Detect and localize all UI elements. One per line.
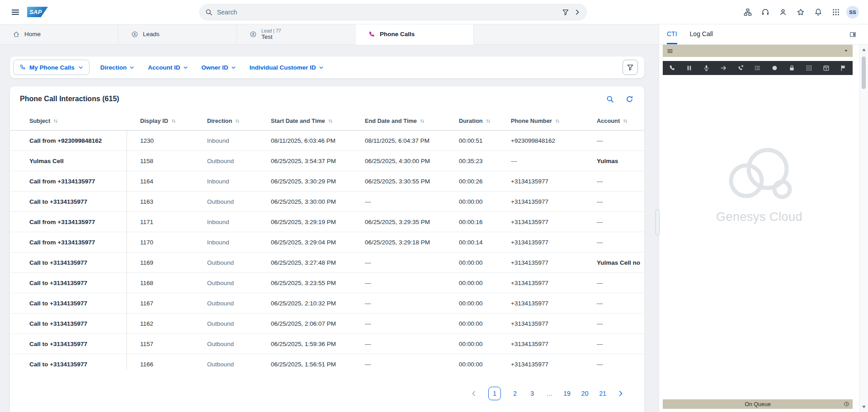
tab-test[interactable]: Lead | 77Test [237,24,355,45]
cell-subject[interactable]: Call to +3134135977 [29,361,140,368]
cell-subject[interactable]: Call from +3134135977 [29,239,140,246]
page-3[interactable]: 3 [529,390,535,397]
dock-panel-icon[interactable] [849,31,856,38]
column-header-end-date-and-time[interactable]: End Date and Time [365,117,459,124]
cell-subject[interactable]: Call to +3134135977 [29,320,140,327]
avatar[interactable]: SS [846,6,859,19]
filter-individual-customer-id[interactable]: Individual Customer ID [250,64,324,71]
column-label: Display ID [140,117,168,124]
table-row[interactable]: Call from +31341359771164Inbound06/25/20… [10,171,644,192]
table-row[interactable]: Call from +31341359771171Inbound06/25/20… [10,212,644,232]
cell-subject[interactable]: Call to +3134135977 [29,341,140,347]
my-phone-calls-select[interactable]: My Phone Calls [13,60,90,75]
scroll-up-icon[interactable] [862,48,866,51]
table-row[interactable]: Call to +31341359771169Outbound06/25/202… [10,253,644,273]
filter-direction[interactable]: Direction [100,64,135,71]
tab-home[interactable]: Home [0,24,118,45]
table-row[interactable]: Call to +31341359771157Outbound06/25/202… [10,334,644,354]
page-21[interactable]: 21 [599,390,606,397]
scrollbar-thumb[interactable] [862,56,866,89]
app-launcher-icon[interactable] [832,8,840,16]
cell-subject[interactable]: Call to +3134135977 [29,198,140,205]
filter-owner-id[interactable]: Owner ID [202,64,236,71]
search-expand-icon[interactable] [574,9,581,16]
cti-menu-icon[interactable] [667,48,673,54]
table-row[interactable]: Yulmas Cell1158Outbound06/25/2025, 3:54:… [10,151,644,171]
pagination-ellipsis: … [546,390,552,397]
scroll-down-icon[interactable] [862,406,866,408]
pagination-next-icon[interactable] [617,390,624,397]
column-header-duration[interactable]: Duration [459,117,511,124]
flag-icon[interactable] [840,65,847,71]
table-row[interactable]: Call to +31341359771163Outbound06/25/202… [10,192,644,212]
cti-tab-cti[interactable]: CTI [667,24,677,44]
schedule-callback-icon[interactable] [823,65,830,71]
column-header-display-id[interactable]: Display ID [140,117,207,124]
table-row[interactable]: Call from +9230998481621230Inbound08/11/… [10,131,644,151]
global-search[interactable] [199,4,587,20]
table-row[interactable]: Call to +31341359771168Outbound06/25/202… [10,273,644,293]
page-2[interactable]: 2 [512,390,518,397]
page-20[interactable]: 20 [581,390,589,397]
table-row[interactable]: Call from +31341359771170Inbound06/25/20… [10,232,644,253]
cell-end-date-and-time: — [365,280,459,286]
column-header-phone-number[interactable]: Phone Number [511,117,597,124]
page-scrollbar[interactable] [859,45,868,412]
adapt-filters-button[interactable] [623,60,638,75]
cell-phone-number: +3134135977 [511,259,597,266]
cell-duration: 00:00:00 [459,259,511,266]
cell-subject[interactable]: Call to +3134135977 [29,300,140,307]
pause-icon[interactable] [686,65,693,71]
chevron-down-icon [231,65,236,70]
phone-transfer-icon[interactable] [737,65,744,71]
forward-icon[interactable] [720,65,727,71]
headset-icon[interactable] [761,8,769,16]
sap-logo[interactable]: SAP [27,7,48,17]
filter-account-id[interactable]: Account ID [148,64,188,71]
table-row[interactable]: Call to +31341359771166Outbound06/25/202… [10,354,644,369]
filter-label: Account ID [148,64,180,71]
microphone-icon[interactable] [703,65,710,71]
cell-subject[interactable]: Call from +923099848162 [29,137,140,144]
list-search-icon[interactable] [606,95,614,103]
column-header-start-date-and-time[interactable]: Start Date and Time [271,117,365,124]
lock-icon[interactable] [788,65,795,71]
cell-direction: Inbound [207,239,271,246]
user-feedback-icon[interactable] [779,8,787,16]
dialpad-icon[interactable] [806,65,812,71]
record-icon[interactable] [771,65,778,71]
notifications-icon[interactable] [814,8,822,16]
cell-subject[interactable]: Call to +3134135977 [29,280,140,286]
refresh-icon[interactable] [626,95,633,103]
cell-subject[interactable]: Call from +3134135977 [29,178,140,185]
table-row[interactable]: Call to +31341359771162Outbound06/25/202… [10,314,644,334]
chevron-down-icon [319,65,324,70]
favorites-icon[interactable] [797,8,805,16]
phone-icon[interactable] [669,65,675,71]
search-filter-icon[interactable] [562,9,569,16]
cell-end-date-and-time: 06/25/2025, 3:29:18 PM [365,239,459,246]
column-header-subject[interactable]: Subject [29,117,140,124]
table-row[interactable]: Call to +31341359771167Outbound06/25/202… [10,293,644,314]
cell-direction: Inbound [207,219,271,225]
call-list-icon[interactable] [754,65,761,71]
cti-dropdown-icon[interactable] [844,48,849,53]
tab-leads[interactable]: Leads [118,24,237,45]
menu-icon[interactable] [11,8,20,17]
filter-label: Owner ID [202,64,228,71]
cell-subject[interactable]: Yulmas Cell [29,158,140,164]
cell-subject[interactable]: Call from +3134135977 [29,219,140,225]
cell-account: — [597,361,636,368]
org-chart-icon[interactable] [744,8,752,16]
column-header-account[interactable]: Account [597,117,636,124]
tab-phone-calls[interactable]: Phone Calls [355,24,474,45]
page-1[interactable]: 1 [488,387,501,400]
panel-resize-handle[interactable] [656,209,660,235]
cell-subject[interactable]: Call to +3134135977 [29,259,140,266]
status-bar[interactable]: On Queue [663,399,853,409]
search-input[interactable] [217,9,557,16]
pagination-prev-icon[interactable] [470,390,477,397]
cti-tab-log-call[interactable]: Log Call [690,24,713,44]
column-header-direction[interactable]: Direction [207,117,271,124]
page-19[interactable]: 19 [563,390,571,397]
